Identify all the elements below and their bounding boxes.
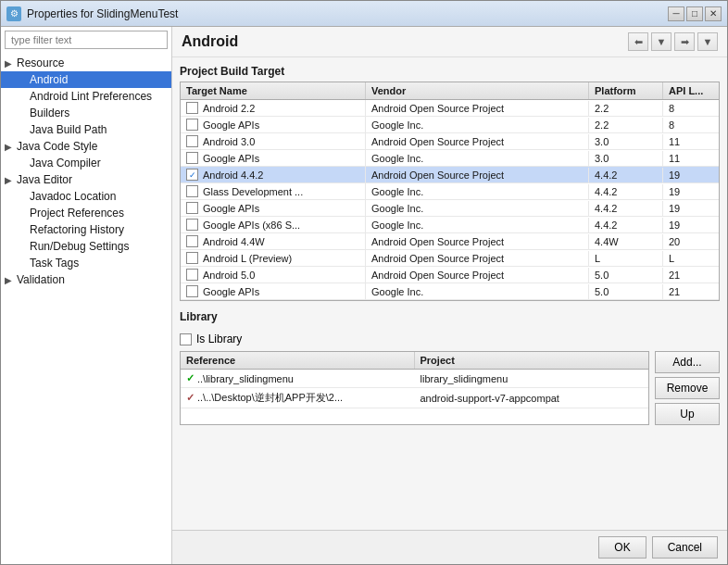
row-checkbox[interactable] (186, 119, 198, 131)
expand-arrow-resource: ▶ (5, 58, 14, 69)
platform-cell: 4.4.2 (589, 218, 663, 232)
row-checkbox[interactable] (186, 202, 198, 214)
target-name-cell[interactable]: Android 5.0 (181, 267, 366, 282)
table-row[interactable]: Google APIsGoogle Inc.4.4.219 (181, 200, 719, 217)
minimize-button[interactable]: ─ (668, 6, 684, 21)
platform-cell: 5.0 (589, 268, 663, 282)
sidebar-item-label-task-tags: Task Tags (30, 257, 79, 270)
sidebar-item-label-android: Android (30, 73, 68, 86)
target-name: Glass Development ... (203, 186, 303, 197)
project-cell: android-support-v7-appcompat (415, 390, 649, 407)
build-target-table: Target NameVendorPlatformAPI L... Androi… (180, 82, 720, 301)
target-name-cell[interactable]: Android 2.2 (181, 100, 366, 116)
row-checkbox[interactable] (186, 135, 198, 147)
row-checkbox[interactable] (186, 235, 198, 247)
ref-cell: ✓ ..\..\Desktop\逆封机APP开发\2... (181, 388, 415, 408)
sidebar-item-resource[interactable]: ▶Resource (1, 55, 171, 71)
sidebar-item-builders[interactable]: Builders (1, 105, 171, 121)
table-row[interactable]: Glass Development ...Google Inc.4.4.219 (181, 183, 719, 200)
sidebar-item-refactoring-history[interactable]: Refactoring History (1, 221, 171, 238)
table-row[interactable]: Google APIsGoogle Inc.5.021 (181, 283, 719, 300)
up-button[interactable]: Up (655, 403, 720, 425)
target-name-cell[interactable]: Android L (Preview) (181, 250, 366, 266)
target-name-cell[interactable]: Google APIs (181, 150, 366, 166)
row-checkbox[interactable] (186, 252, 198, 264)
table-body[interactable]: Android 2.2Android Open Source Project2.… (181, 100, 719, 300)
sidebar-item-run-debug-settings[interactable]: Run/Debug Settings (1, 238, 171, 255)
target-name-cell[interactable]: Android 4.4W (181, 233, 366, 249)
sidebar-item-java-compiler[interactable]: Java Compiler (1, 155, 171, 171)
table-row[interactable]: Android 3.0Android Open Source Project3.… (181, 133, 719, 150)
sidebar-item-java-editor[interactable]: ▶Java Editor (1, 171, 171, 188)
table-row[interactable]: ✓Android 4.4.2Android Open Source Projec… (181, 167, 719, 183)
row-checkbox[interactable]: ✓ (186, 169, 198, 181)
platform-cell: 5.0 (589, 284, 663, 299)
row-checkbox[interactable] (186, 285, 198, 297)
sidebar-item-label-refactoring-history: Refactoring History (30, 223, 124, 236)
api-cell: 19 (663, 201, 719, 216)
target-name-cell[interactable]: ✓Android 4.4.2 (181, 167, 366, 182)
window-icon: ⚙ (6, 6, 21, 21)
sidebar-item-label-validation: Validation (17, 273, 65, 286)
target-name: Android 2.2 (203, 103, 255, 114)
vendor-cell: Google Inc. (366, 151, 589, 166)
sidebar-item-label-resource: Resource (17, 56, 64, 69)
row-checkbox[interactable] (186, 269, 198, 281)
row-checkbox[interactable] (186, 152, 198, 164)
nav-back-button[interactable]: ⬅ (628, 32, 648, 51)
nav-dropdown-button[interactable]: ▼ (651, 32, 672, 51)
sidebar-item-task-tags[interactable]: Task Tags (1, 255, 171, 271)
column-header-target-name: Target Name (181, 82, 366, 99)
vendor-cell: Google Inc. (366, 284, 589, 299)
close-button[interactable]: ✕ (705, 6, 722, 21)
target-name-cell[interactable]: Google APIs (181, 117, 366, 132)
table-row[interactable]: Android 2.2Android Open Source Project2.… (181, 100, 719, 117)
ref-row[interactable]: ✓ ..\library_slidingmenulibrary_slidingm… (181, 370, 648, 388)
maximize-button[interactable]: □ (686, 6, 703, 21)
sidebar-item-android[interactable]: Android (1, 71, 171, 88)
ok-button[interactable]: OK (598, 536, 646, 559)
filter-input[interactable] (5, 31, 168, 49)
nav-more-button[interactable]: ▼ (697, 32, 718, 51)
table-row[interactable]: Google APIs (x86 S...Google Inc.4.4.219 (181, 217, 719, 233)
ref-row[interactable]: ✓ ..\..\Desktop\逆封机APP开发\2...android-sup… (181, 388, 648, 408)
sidebar-item-project-references[interactable]: Project References (1, 205, 171, 221)
target-name-cell[interactable]: Google APIs (181, 283, 366, 299)
sidebar-item-java-code-style[interactable]: ▶Java Code Style (1, 138, 171, 155)
nav-forward-button[interactable]: ➡ (674, 32, 695, 51)
add-button[interactable]: Add... (655, 351, 720, 373)
row-checkbox[interactable] (186, 185, 198, 197)
sidebar-item-label-android-lint: Android Lint Preferences (30, 90, 152, 103)
target-name-cell[interactable]: Google APIs (181, 200, 366, 216)
vendor-cell: Android Open Source Project (366, 168, 589, 182)
target-name-cell[interactable]: Google APIs (x86 S... (181, 217, 366, 232)
table-row[interactable]: Android 4.4WAndroid Open Source Project4… (181, 233, 719, 250)
table-row[interactable]: Google APIsGoogle Inc.3.011 (181, 150, 719, 167)
table-row[interactable]: Google APIsGoogle Inc.2.28 (181, 117, 719, 133)
target-name-cell[interactable]: Android 3.0 (181, 133, 366, 149)
row-checkbox[interactable] (186, 102, 198, 114)
is-library-checkbox[interactable] (180, 333, 192, 345)
ref-table: ReferenceProject ✓ ..\library_slidingmen… (180, 351, 649, 425)
sidebar-item-validation[interactable]: ▶Validation (1, 271, 171, 288)
sidebar-item-javadoc-location[interactable]: Javadoc Location (1, 188, 171, 205)
sidebar-item-java-build-path[interactable]: Java Build Path (1, 121, 171, 138)
table-row[interactable]: Android L (Preview)Android Open Source P… (181, 250, 719, 267)
remove-button[interactable]: Remove (655, 377, 720, 399)
sidebar-item-label-java-editor: Java Editor (17, 173, 72, 186)
sidebar-item-android-lint[interactable]: Android Lint Preferences (1, 88, 171, 105)
api-cell: 19 (663, 218, 719, 232)
platform-cell: 4.4W (589, 234, 663, 249)
table-row[interactable]: Android 5.0Android Open Source Project5.… (181, 267, 719, 283)
api-cell: 19 (663, 168, 719, 182)
cancel-button[interactable]: Cancel (652, 536, 718, 559)
column-header-vendor: Vendor (366, 82, 589, 99)
main-panel: Android ⬅ ▼ ➡ ▼ Project Build Target Tar… (172, 27, 727, 564)
ref-table-body[interactable]: ✓ ..\library_slidingmenulibrary_slidingm… (181, 370, 648, 408)
target-name: Android 5.0 (203, 270, 255, 281)
row-checkbox[interactable] (186, 219, 198, 231)
target-name-cell[interactable]: Glass Development ... (181, 183, 366, 199)
title-bar-controls: ─ □ ✕ (668, 6, 722, 21)
expand-arrow-java-code-style: ▶ (5, 142, 14, 152)
is-library-text: Is Library (196, 333, 242, 345)
